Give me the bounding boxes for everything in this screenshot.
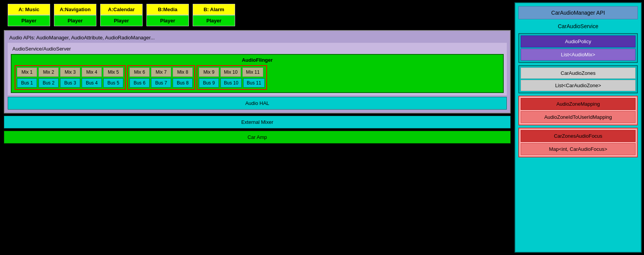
bus-box-1-2: Bus 8 — [173, 78, 193, 88]
bus-box-0-3: Bus 4 — [82, 78, 102, 88]
bus-box-0-1: Bus 2 — [39, 78, 59, 88]
car-audio-zones: CarAudioZones — [521, 68, 636, 79]
api-section: AudioPolicy List<AudioMix> — [518, 33, 638, 63]
player-label-2: Player — [100, 15, 143, 26]
zones-section: CarAudioZones List<CarAudioZone> — [518, 65, 638, 93]
apis-label: Audio APIs: AudioManager, AudioAttribute… — [8, 34, 507, 41]
bus-box-0-0: Bus 1 — [17, 78, 37, 88]
bus-box-0-4: Bus 5 — [103, 78, 123, 88]
zone-box-0: Mix 1Mix 2Mix 3Mix 4Mix 5Bus 1Bus 2Bus 3… — [15, 65, 126, 90]
mix-box-0-0: Mix 1 — [17, 68, 37, 77]
player-label-4: Player — [193, 15, 235, 26]
app-player-0: A: MusicPlayer — [8, 4, 50, 26]
bus-box-2-1: Bus 10 — [220, 78, 242, 88]
audio-flinger-label: AudioFlinger — [15, 57, 500, 63]
bus-box-1-0: Bus 6 — [129, 78, 150, 88]
player-label-3: Player — [146, 15, 189, 26]
external-mixer: External Mixer — [4, 116, 511, 128]
app-row: A: MusicPlayerA:NavigationPlayerA:Calend… — [8, 4, 511, 26]
car-amp: Car Amp — [4, 131, 511, 144]
mix-box-2-1: Mix 10 — [220, 68, 241, 77]
mix-box-0-4: Mix 5 — [103, 68, 123, 77]
mix-box-2-0: Mix 9 — [199, 68, 219, 77]
main-diagram: A: MusicPlayerA:NavigationPlayerA:Calend… — [0, 0, 515, 255]
mix-box-1-1: Mix 7 — [151, 68, 171, 77]
bus-row-1: Bus 6Bus 7Bus 8 — [129, 78, 193, 88]
mix-box-0-2: Mix 3 — [60, 68, 80, 77]
app-player-2: A:CalendarPlayer — [100, 4, 143, 26]
bus-row-2: Bus 9Bus 10Bus 11 — [199, 78, 265, 88]
mix-box-1-0: Mix 6 — [129, 68, 150, 77]
list-audio-mix: List<AudioMix> — [521, 49, 636, 61]
mix-row-2: Mix 9Mix 10Mix 11 — [199, 68, 265, 77]
list-car-audio-zone: List<CarAudioZone> — [521, 80, 636, 91]
map-car-audio-focus: Map<int, CarAudioFocus> — [521, 143, 636, 155]
app-label-0: A: Music — [8, 4, 50, 15]
audio-zone-mapping: AudioZoneMapping — [521, 98, 636, 110]
app-label-2: A:Calendar — [100, 4, 143, 15]
bus-box-2-0: Bus 9 — [199, 78, 219, 88]
car-zones-audio-focus: CarZonesAudioFocus — [521, 130, 636, 142]
app-player-4: B: AlarmPlayer — [193, 4, 235, 26]
mix-box-0-1: Mix 2 — [39, 68, 59, 77]
mix-box-1-2: Mix 8 — [173, 68, 193, 77]
mix-box-2-2: Mix 11 — [242, 68, 263, 77]
bus-box-2-2: Bus 11 — [243, 78, 264, 88]
player-label-0: Player — [8, 15, 50, 26]
right-panel: CarAudioManager API CarAudioService Audi… — [515, 2, 642, 253]
car-audio-service-label: CarAudioService — [518, 22, 638, 31]
mix-bus-container: Mix 1Mix 2Mix 3Mix 4Mix 5Bus 1Bus 2Bus 3… — [15, 65, 500, 90]
focus-section: CarZonesAudioFocus Map<int, CarAudioFocu… — [518, 128, 638, 157]
app-label-1: A:Navigation — [54, 4, 96, 15]
zone-box-1: Mix 6Mix 7Mix 8Bus 6Bus 7Bus 8 — [127, 65, 195, 90]
service-label: AudioService/AudioServer — [11, 45, 504, 52]
mix-row-1: Mix 6Mix 7Mix 8 — [129, 68, 193, 77]
app-player-3: B:MediaPlayer — [146, 4, 189, 26]
audio-hal-area: Audio HAL — [8, 97, 507, 110]
audio-zone-id-to-user-id: AudioZoneIdToUserIdMapping — [521, 111, 636, 123]
bus-box-0-2: Bus 3 — [60, 78, 80, 88]
audio-flinger-area: AudioFlinger Mix 1Mix 2Mix 3Mix 4Mix 5Bu… — [11, 54, 504, 93]
mix-box-0-3: Mix 4 — [82, 68, 102, 77]
app-player-1: A:NavigationPlayer — [54, 4, 96, 26]
bus-row-0: Bus 1Bus 2Bus 3Bus 4Bus 5 — [17, 78, 123, 88]
bus-box-1-1: Bus 7 — [151, 78, 171, 88]
audio-service-layer: AudioService/AudioServer AudioFlinger Mi… — [8, 43, 507, 95]
stack-area: Audio APIs: AudioManager, AudioAttribute… — [4, 30, 511, 113]
car-audio-manager-api: CarAudioManager API — [518, 6, 638, 19]
audio-policy: AudioPolicy — [521, 35, 636, 47]
mix-row-0: Mix 1Mix 2Mix 3Mix 4Mix 5 — [17, 68, 123, 77]
app-label-3: B:Media — [146, 4, 189, 15]
player-label-1: Player — [54, 15, 96, 26]
app-label-4: B: Alarm — [193, 4, 235, 15]
zone-box-2: Mix 9Mix 10Mix 11Bus 9Bus 10Bus 11 — [197, 65, 267, 90]
mapping-section: AudioZoneMapping AudioZoneIdToUserIdMapp… — [518, 96, 638, 125]
